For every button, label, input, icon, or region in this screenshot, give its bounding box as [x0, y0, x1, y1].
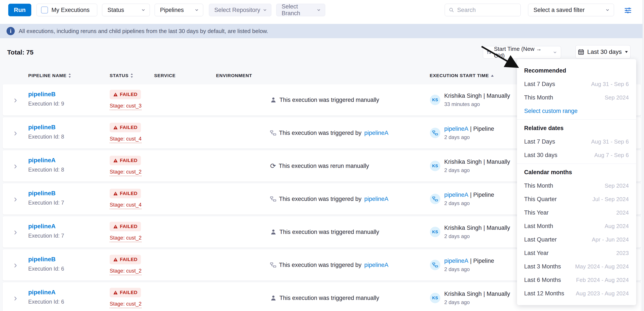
- date-menu-item[interactable]: Last 6 Months Feb 2024 - Aug 2024: [517, 273, 636, 287]
- status-cell: FAILED Stage: cust_2: [110, 156, 142, 176]
- user-avatar: KS: [430, 293, 440, 303]
- trigger-text: This execution was triggered manually: [280, 295, 379, 302]
- pipeline-cell: pipelineB Execution Id: 9: [28, 91, 64, 107]
- select-repository-dropdown[interactable]: Select Repository: [209, 4, 272, 16]
- date-menu-item[interactable]: Last 12 Months Aug 2023 - Aug 2024: [517, 287, 636, 300]
- warning-icon: [113, 125, 118, 130]
- pipeline-name-link[interactable]: pipelineB: [28, 124, 56, 130]
- failed-stage-link[interactable]: Stage: cust_4: [110, 202, 142, 209]
- expand-chevron-icon[interactable]: ›: [14, 294, 17, 302]
- my-executions-checkbox[interactable]: [41, 6, 48, 14]
- expand-chevron-icon[interactable]: ›: [14, 228, 17, 236]
- status-badge: FAILED: [110, 288, 141, 297]
- status-filter-dropdown[interactable]: Status: [102, 4, 150, 16]
- select-repository-label: Select Repository: [214, 7, 260, 14]
- pipeline-name-link[interactable]: pipelineA: [28, 157, 56, 164]
- date-menu-item[interactable]: This Quarter Jul - Sep 2024: [517, 192, 636, 206]
- pipelines-filter-dropdown[interactable]: Pipelines: [154, 4, 203, 16]
- failed-stage-link[interactable]: Stage: cust_3: [110, 103, 142, 110]
- status-cell: FAILED Stage: cust_2: [110, 255, 142, 275]
- date-menu-item[interactable]: Last 7 Days Aug 31 - Sep 6: [517, 135, 636, 148]
- saved-filter-dropdown[interactable]: Select a saved filter: [528, 4, 614, 16]
- sort-both-icon: [68, 73, 71, 78]
- expand-chevron-icon[interactable]: ›: [14, 128, 17, 138]
- trigger-text: This execution was triggered by: [279, 196, 362, 202]
- starter-pipeline-link[interactable]: pipelineA: [444, 258, 468, 264]
- execution-start-cell: KS Krishika Singh| Manually 2 days ago: [430, 290, 510, 305]
- date-menu-item[interactable]: This Year 2024: [517, 206, 636, 219]
- date-menu-item[interactable]: Last Year 2023: [517, 246, 636, 260]
- select-branch-dropdown[interactable]: Select Branch: [276, 4, 325, 16]
- failed-stage-link[interactable]: Stage: cust_2: [110, 268, 142, 275]
- date-menu-item[interactable]: Last Month Aug 2024: [517, 219, 636, 233]
- execution-start-cell: pipelineA| Pipeline 2 days ago: [430, 192, 494, 206]
- pipeline-name-link[interactable]: pipelineA: [28, 289, 56, 296]
- execution-id: Execution Id: 8: [28, 134, 64, 140]
- expand-chevron-icon[interactable]: ›: [14, 95, 17, 104]
- my-executions-toggle[interactable]: My Executions: [36, 4, 97, 16]
- status-label: FAILED: [120, 191, 138, 196]
- manual-trigger-icon: [270, 97, 276, 103]
- column-pipeline-name[interactable]: PIPELINE NAME: [28, 73, 71, 78]
- date-menu-section-header: Calendar months: [517, 166, 636, 179]
- date-menu-section-header: Relative dates: [517, 122, 636, 135]
- expand-chevron-icon[interactable]: ›: [14, 161, 17, 170]
- trigger-pipeline-link[interactable]: pipelineA: [364, 130, 388, 136]
- start-time: 2 days ago: [444, 266, 494, 272]
- expand-chevron-icon[interactable]: ›: [14, 260, 17, 270]
- starter-pipeline-link[interactable]: pipelineA: [444, 192, 468, 198]
- column-label: STATUS: [110, 73, 128, 78]
- date-menu-item[interactable]: This Month Sep 2024: [517, 91, 636, 104]
- pipeline-name-link[interactable]: pipelineB: [28, 91, 56, 98]
- column-status[interactable]: STATUS: [110, 73, 133, 78]
- failed-stage-link[interactable]: Stage: cust_4: [110, 136, 142, 143]
- starter-type: | Manually: [484, 290, 510, 297]
- starter-pipeline-link[interactable]: pipelineA: [444, 126, 468, 132]
- date-menu-item[interactable]: Last Quarter Apr - Jun 2024: [517, 233, 636, 246]
- sort-dropdown[interactable]: Start Time (New → Old): [483, 46, 561, 59]
- starter-name-line: Krishika Singh| Manually: [444, 158, 510, 165]
- date-menu-item[interactable]: Last 3 Months May 2024 - Aug 2024: [517, 260, 636, 273]
- starter-name: Krishika Singh: [444, 290, 482, 297]
- pipeline-name-link[interactable]: pipelineA: [28, 223, 56, 230]
- expand-chevron-icon[interactable]: ›: [14, 194, 17, 204]
- trigger-text: This execution was triggered manually: [280, 229, 379, 236]
- date-menu-item[interactable]: This Month Sep 2024: [517, 179, 636, 192]
- failed-stage-link[interactable]: Stage: cust_2: [110, 301, 142, 308]
- pipeline-name-link[interactable]: pipelineB: [28, 256, 56, 262]
- date-menu-item[interactable]: Last 30 days Aug 7 - Sep 6: [517, 148, 636, 162]
- table-header: PIPELINE NAME STATUS SERVICE ENVIRONMENT…: [0, 73, 512, 82]
- saved-filter-label: Select a saved filter: [534, 7, 585, 14]
- start-time: 2 days ago: [444, 167, 510, 173]
- date-menu-item-range: Aug 7 - Sep 6: [594, 152, 629, 158]
- trigger-text: This execution was rerun manually: [279, 163, 369, 170]
- date-range-button[interactable]: Last 30 days: [576, 45, 630, 59]
- column-execution-start-time[interactable]: EXECUTION START TIME: [430, 73, 494, 78]
- execution-id: Execution Id: 8: [28, 166, 64, 173]
- trigger-cell: ⟳ This execution was triggered manually: [270, 216, 379, 248]
- date-menu-item-label: This Quarter: [524, 196, 557, 203]
- status-label: FAILED: [120, 92, 138, 97]
- warning-icon: [113, 191, 118, 196]
- trigger-pipeline-link[interactable]: pipelineA: [364, 196, 388, 202]
- date-menu-item-label: Last 7 Days: [524, 138, 555, 145]
- execution-id: Execution Id: 7: [28, 232, 64, 239]
- date-menu-item-label: This Month: [524, 94, 553, 101]
- pipeline-avatar-icon: [430, 128, 440, 138]
- search-input[interactable]: [457, 7, 516, 14]
- failed-stage-link[interactable]: Stage: cust_2: [110, 169, 142, 176]
- status-cell: FAILED Stage: cust_2: [110, 288, 142, 308]
- filter-settings-button[interactable]: [622, 5, 634, 16]
- date-menu-item[interactable]: Last 7 Days Aug 31 - Sep 6: [517, 77, 636, 91]
- trigger-pipeline-link[interactable]: pipelineA: [364, 262, 388, 268]
- date-menu-item-label: Last 3 Months: [524, 263, 561, 270]
- trigger-cell: ⟳ This execution was triggered by pipeli…: [270, 183, 388, 214]
- failed-stage-link[interactable]: Stage: cust_2: [110, 235, 142, 242]
- run-button[interactable]: Run: [8, 4, 31, 16]
- date-menu-item-label: Last 7 Days: [524, 81, 555, 88]
- pipeline-name-link[interactable]: pipelineB: [28, 190, 56, 196]
- date-menu-item[interactable]: Select custom range: [517, 104, 636, 118]
- pipeline-avatar-icon: [430, 260, 440, 270]
- rerun-icon: ⟳: [270, 162, 276, 170]
- top-toolbar: Run My Executions Status Pipelines Selec…: [0, 0, 644, 24]
